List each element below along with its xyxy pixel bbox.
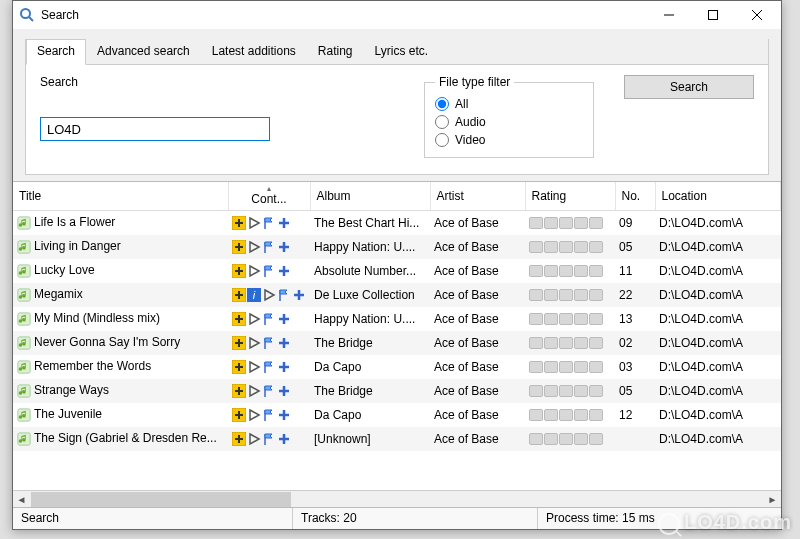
rating-cell[interactable] (529, 409, 543, 421)
rating-widget[interactable] (529, 313, 611, 325)
rating-cell[interactable] (589, 433, 603, 445)
rating-cell[interactable] (574, 241, 588, 253)
rating-cell[interactable] (559, 289, 573, 301)
rating-cell[interactable] (529, 337, 543, 349)
rating-cell[interactable] (529, 217, 543, 229)
rating-cell[interactable] (574, 433, 588, 445)
rating-cell[interactable] (574, 217, 588, 229)
rating-cell[interactable] (544, 433, 558, 445)
rating-cell[interactable] (559, 409, 573, 421)
rating-cell[interactable] (529, 361, 543, 373)
add-playlist-icon[interactable] (232, 288, 246, 302)
rating-widget[interactable] (529, 337, 611, 349)
filter-radio-video[interactable] (435, 133, 449, 147)
close-button[interactable] (735, 1, 779, 29)
filter-option-video[interactable]: Video (435, 133, 583, 147)
plus-blue-icon[interactable] (277, 360, 291, 374)
rating-cell[interactable] (589, 313, 603, 325)
search-button[interactable]: Search (624, 75, 754, 99)
plus-blue-icon[interactable] (277, 384, 291, 398)
rating-cell[interactable] (544, 385, 558, 397)
rating-cell[interactable] (589, 265, 603, 277)
rating-cell[interactable] (559, 313, 573, 325)
rating-cell[interactable] (574, 313, 588, 325)
rating-cell[interactable] (544, 361, 558, 373)
rating-cell[interactable] (544, 337, 558, 349)
plus-blue-icon[interactable] (277, 216, 291, 230)
tab-advanced-search[interactable]: Advanced search (86, 39, 201, 64)
filter-option-audio[interactable]: Audio (435, 115, 583, 129)
rating-cell[interactable] (529, 313, 543, 325)
rating-cell[interactable] (589, 289, 603, 301)
tab-lyrics-etc-[interactable]: Lyrics etc. (364, 39, 440, 64)
info-icon[interactable]: i (247, 288, 261, 302)
table-row[interactable]: Life Is a FlowerThe Best Chart Hi...Ace … (13, 211, 781, 235)
play-icon[interactable] (247, 216, 261, 230)
rating-cell[interactable] (589, 217, 603, 229)
play-icon[interactable] (247, 336, 261, 350)
column-header-location[interactable]: Location (655, 182, 781, 211)
rating-cell[interactable] (544, 265, 558, 277)
rating-cell[interactable] (559, 385, 573, 397)
column-header-no[interactable]: No. (615, 182, 655, 211)
rating-cell[interactable] (529, 265, 543, 277)
add-playlist-icon[interactable] (232, 432, 246, 446)
rating-cell[interactable] (529, 241, 543, 253)
table-row[interactable]: Living in DangerHappy Nation: U....Ace o… (13, 235, 781, 259)
rating-cell[interactable] (559, 265, 573, 277)
flag-icon[interactable] (262, 432, 276, 446)
table-row[interactable]: The Sign (Gabriel & Dresden Re...[Unknow… (13, 427, 781, 451)
play-icon[interactable] (262, 288, 276, 302)
rating-cell[interactable] (544, 409, 558, 421)
play-icon[interactable] (247, 384, 261, 398)
flag-icon[interactable] (262, 240, 276, 254)
rating-cell[interactable] (544, 217, 558, 229)
table-row[interactable]: Remember the WordsDa CapoAce of Base03D:… (13, 355, 781, 379)
play-icon[interactable] (247, 240, 261, 254)
rating-cell[interactable] (589, 241, 603, 253)
rating-cell[interactable] (544, 313, 558, 325)
rating-cell[interactable] (589, 361, 603, 373)
tab-rating[interactable]: Rating (307, 39, 364, 64)
add-playlist-icon[interactable] (232, 216, 246, 230)
filter-radio-all[interactable] (435, 97, 449, 111)
rating-widget[interactable] (529, 265, 611, 277)
rating-cell[interactable] (529, 385, 543, 397)
column-header-artist[interactable]: Artist (430, 182, 525, 211)
play-icon[interactable] (247, 432, 261, 446)
flag-icon[interactable] (262, 312, 276, 326)
rating-cell[interactable] (559, 337, 573, 349)
plus-blue-icon[interactable] (277, 408, 291, 422)
table-row[interactable]: The JuvenileDa CapoAce of Base12D:\LO4D.… (13, 403, 781, 427)
rating-cell[interactable] (574, 385, 588, 397)
table-row[interactable]: MegamixiDe Luxe CollectionAce of Base22D… (13, 283, 781, 307)
rating-cell[interactable] (559, 433, 573, 445)
rating-cell[interactable] (559, 361, 573, 373)
flag-icon[interactable] (262, 336, 276, 350)
rating-widget[interactable] (529, 385, 611, 397)
play-icon[interactable] (247, 408, 261, 422)
table-row[interactable]: My Mind (Mindless mix)Happy Nation: U...… (13, 307, 781, 331)
add-playlist-icon[interactable] (232, 360, 246, 374)
rating-widget[interactable] (529, 361, 611, 373)
plus-blue-icon[interactable] (277, 336, 291, 350)
column-header-title[interactable]: Title (13, 182, 228, 211)
rating-widget[interactable] (529, 241, 611, 253)
add-playlist-icon[interactable] (232, 312, 246, 326)
add-playlist-icon[interactable] (232, 240, 246, 254)
table-row[interactable]: Never Gonna Say I'm SorryThe BridgeAce o… (13, 331, 781, 355)
rating-cell[interactable] (559, 241, 573, 253)
flag-icon[interactable] (262, 408, 276, 422)
play-icon[interactable] (247, 360, 261, 374)
rating-cell[interactable] (529, 433, 543, 445)
plus-blue-icon[interactable] (277, 432, 291, 446)
column-header-cont[interactable]: ▴Cont... (228, 182, 310, 211)
play-icon[interactable] (247, 264, 261, 278)
flag-icon[interactable] (262, 216, 276, 230)
rating-cell[interactable] (559, 217, 573, 229)
flag-icon[interactable] (262, 360, 276, 374)
rating-cell[interactable] (574, 361, 588, 373)
rating-cell[interactable] (589, 409, 603, 421)
rating-cell[interactable] (574, 265, 588, 277)
filter-radio-audio[interactable] (435, 115, 449, 129)
